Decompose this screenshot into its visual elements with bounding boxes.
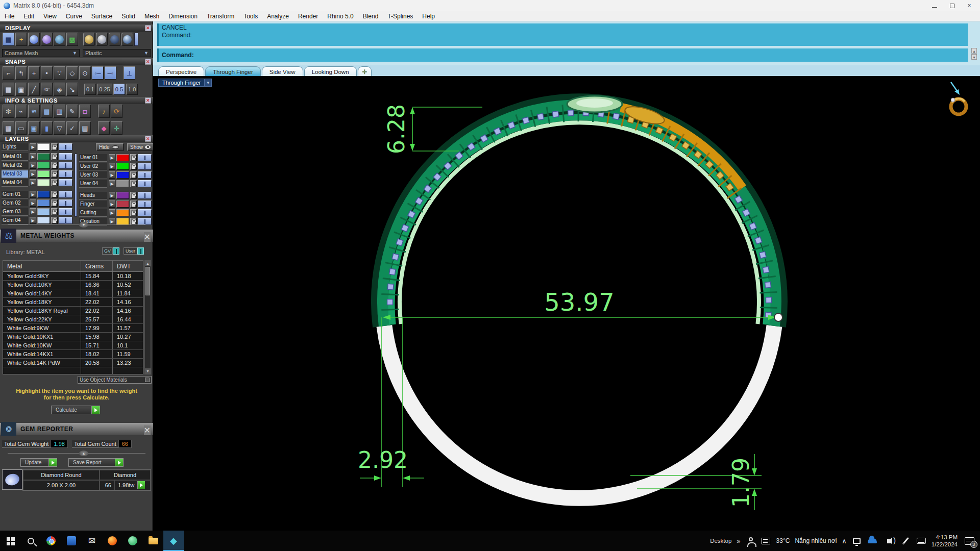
layer-visibility-toggle[interactable] bbox=[59, 153, 72, 160]
snap-planar-icon[interactable]: ◈ bbox=[54, 83, 65, 96]
library-book-icon[interactable]: ▮ bbox=[41, 121, 53, 135]
layer-expand-icon[interactable]: ▶ bbox=[109, 180, 115, 187]
layer-expand-icon[interactable]: ▶ bbox=[30, 199, 36, 207]
ghosted-view-icon[interactable] bbox=[41, 33, 53, 46]
table-row[interactable]: Yellow Gold:18KY 22.02 14.16 bbox=[3, 298, 143, 307]
layer-visibility-toggle[interactable] bbox=[59, 162, 72, 169]
rotate-view-icon[interactable] bbox=[54, 33, 65, 46]
start-button[interactable] bbox=[0, 531, 20, 551]
weather-label[interactable]: Nắng nhiều nơi bbox=[795, 537, 837, 544]
collapse-handle[interactable]: ▲ bbox=[79, 450, 88, 456]
menu-tools[interactable]: Tools bbox=[239, 11, 262, 21]
control-point-marker[interactable] bbox=[774, 313, 782, 321]
history-script-icon[interactable]: ▥ bbox=[54, 105, 65, 118]
layer-expand-icon[interactable]: ▶ bbox=[109, 163, 115, 170]
show-button[interactable]: Show bbox=[127, 143, 154, 151]
save-report-button[interactable]: Save Report bbox=[68, 458, 124, 467]
temperature-label[interactable]: 33°C bbox=[776, 537, 790, 544]
lock-icon[interactable] bbox=[51, 208, 58, 215]
menu-blend[interactable]: Blend bbox=[358, 11, 383, 21]
layer-expand-icon[interactable]: ▶ bbox=[30, 217, 36, 224]
3d-viewport[interactable]: Through Finger ▼ bbox=[153, 76, 980, 531]
tab-perspective[interactable]: Perspective bbox=[158, 66, 204, 76]
menu-tsplines[interactable]: T-Splines bbox=[383, 11, 418, 21]
lock-icon[interactable] bbox=[130, 180, 137, 187]
layer-name[interactable]: Gem 01 bbox=[2, 191, 28, 198]
layer-color-swatch[interactable] bbox=[37, 199, 50, 207]
layer-name[interactable]: Gem 04 bbox=[2, 217, 28, 224]
gumball-move-icon[interactable]: ✛ bbox=[111, 121, 122, 135]
options-gears-icon[interactable]: ✻ bbox=[3, 105, 14, 118]
update-button[interactable]: Update bbox=[20, 458, 57, 467]
layer-expand-icon[interactable]: ▶ bbox=[30, 179, 36, 186]
material-silver-icon[interactable] bbox=[96, 33, 108, 46]
maximize-button[interactable] bbox=[943, 0, 961, 11]
command-scrollbar[interactable]: ▲ ▼ bbox=[971, 48, 977, 60]
layer-expand-icon[interactable]: ▶ bbox=[30, 208, 36, 215]
taskbar-app-green[interactable] bbox=[122, 531, 143, 551]
layer-expand-icon[interactable]: ▶ bbox=[30, 170, 36, 178]
layer-color-swatch[interactable] bbox=[37, 208, 50, 215]
layer-color-swatch[interactable] bbox=[37, 153, 50, 160]
lock-icon[interactable] bbox=[51, 170, 58, 178]
layer-expand-icon[interactable]: ▶ bbox=[109, 154, 115, 161]
wireframe-view-icon[interactable]: ▦ bbox=[3, 33, 14, 46]
tab-side-view[interactable]: Side View bbox=[262, 66, 303, 76]
menu-rhino[interactable]: Rhino 5.0 bbox=[323, 11, 358, 21]
tab-looking-down[interactable]: Looking Down bbox=[304, 66, 357, 76]
layer-expand-icon[interactable]: ▶ bbox=[109, 192, 115, 199]
bounding-box-icon[interactable]: ▣ bbox=[28, 121, 40, 135]
view-orientation-widget[interactable] bbox=[951, 82, 966, 114]
layer-name[interactable]: Cutting bbox=[79, 209, 107, 217]
layer-color-swatch[interactable] bbox=[37, 217, 50, 224]
menu-file[interactable]: File bbox=[0, 11, 19, 21]
object-box-icon[interactable]: ▤ bbox=[41, 105, 53, 118]
menu-transform[interactable]: Transform bbox=[202, 11, 239, 21]
layer-name[interactable]: Gem 03 bbox=[2, 208, 28, 216]
table-row[interactable]: Yellow Gold:14KY 18.41 11.84 bbox=[3, 289, 143, 298]
viewport-name-dropdown[interactable]: Through Finger ▼ bbox=[158, 79, 212, 87]
layer-expand-icon[interactable]: ▶ bbox=[30, 143, 36, 151]
layer-expand-icon[interactable]: ▶ bbox=[30, 153, 36, 160]
layer-visibility-toggle[interactable] bbox=[138, 218, 152, 225]
shaded-view-icon[interactable] bbox=[28, 33, 40, 46]
col-dwt[interactable]: DWT bbox=[112, 261, 143, 271]
scroll-down-icon[interactable]: ▼ bbox=[971, 54, 977, 60]
metal-weights-close-icon[interactable]: ✕ bbox=[144, 232, 151, 242]
menu-curve[interactable]: Curve bbox=[61, 11, 87, 21]
desktop-chevrons[interactable]: » bbox=[737, 537, 740, 545]
pen-icon[interactable] bbox=[901, 535, 911, 546]
lock-icon[interactable] bbox=[51, 143, 58, 151]
onedrive-cloud-icon[interactable] bbox=[867, 535, 877, 546]
lock-icon[interactable] bbox=[130, 163, 137, 170]
layer-name[interactable]: User 01 bbox=[79, 154, 107, 162]
user-toggle[interactable]: User bbox=[124, 247, 144, 255]
layer-visibility-toggle[interactable] bbox=[59, 170, 72, 178]
taskbar-file-explorer[interactable] bbox=[143, 531, 163, 551]
menu-solid[interactable]: Solid bbox=[117, 11, 140, 21]
menu-edit[interactable]: Edit bbox=[19, 11, 39, 21]
table-row[interactable]: White Gold:10KW 15.71 10.1 bbox=[3, 341, 143, 350]
snap-tangent-icon[interactable]: ◦– bbox=[92, 66, 104, 80]
split-view-icon[interactable]: ▩ bbox=[66, 33, 78, 46]
lock-icon[interactable] bbox=[51, 162, 58, 169]
layer-name[interactable]: User 03 bbox=[79, 171, 107, 179]
lock-icon[interactable] bbox=[130, 209, 137, 216]
layer-visibility-toggle[interactable] bbox=[138, 154, 152, 161]
layer-visibility-toggle[interactable] bbox=[59, 199, 72, 207]
news-weather-icon[interactable] bbox=[761, 535, 771, 546]
snaps-close-icon[interactable]: ✕ bbox=[145, 59, 151, 65]
menu-render[interactable]: Render bbox=[293, 11, 323, 21]
grid-snap-0.5-button[interactable]: 0.5 bbox=[113, 84, 125, 95]
snap-near-icon[interactable]: ↰ bbox=[15, 66, 27, 80]
snap-intersection-icon[interactable]: ◇ bbox=[66, 66, 78, 80]
taskbar-app-blue[interactable] bbox=[61, 531, 82, 551]
table-row[interactable]: White Gold:14KX1 18.02 11.59 bbox=[3, 350, 143, 359]
scroll-up-icon[interactable]: ▲ bbox=[971, 48, 977, 54]
taskbar-matrix-active[interactable]: ◆ bbox=[163, 531, 184, 551]
hide-button[interactable]: Hide bbox=[96, 143, 124, 151]
grid-snap-0.1-button[interactable]: 0.1 bbox=[84, 84, 96, 95]
snap-end-icon[interactable]: ⌐ bbox=[3, 66, 14, 80]
taskbar-clock[interactable]: 4:13 PM 1/22/2024 bbox=[932, 534, 958, 548]
layer-color-swatch[interactable] bbox=[37, 143, 50, 151]
